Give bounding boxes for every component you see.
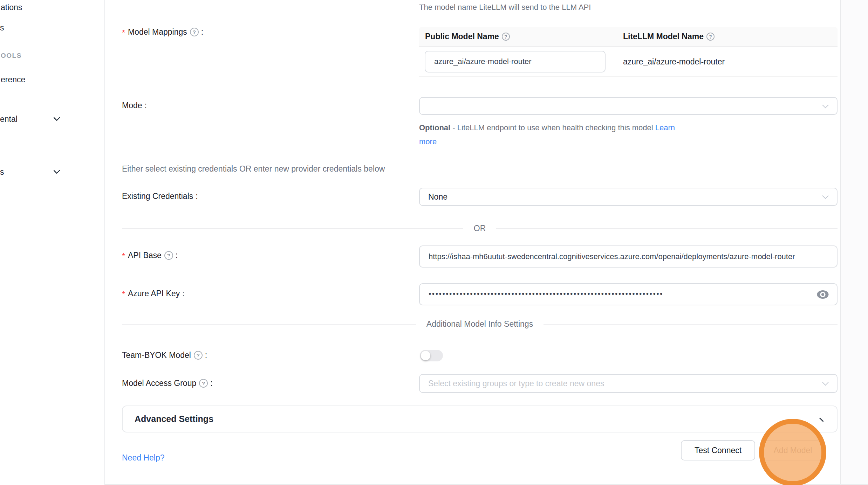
select-placeholder: Select existing groups or type to create…	[428, 379, 604, 388]
required-asterisk: *	[122, 290, 125, 299]
help-circle-icon[interactable]: ?	[502, 33, 510, 41]
help-circle-icon[interactable]: ?	[190, 28, 199, 36]
column-header-litellm-model-name: LiteLLM Model Name ?	[617, 32, 838, 41]
learn-more-link[interactable]: Learn	[655, 123, 675, 132]
azure-api-key-label: * Azure API Key :	[122, 289, 185, 298]
model-mappings-table: Public Model Name ? LiteLLM Model Name ?…	[419, 27, 838, 77]
mode-label: Mode :	[122, 101, 147, 110]
additional-model-info-divider: Additional Model Info Settings	[122, 319, 838, 329]
model-access-group-label: Model Access Group ? :	[122, 379, 213, 388]
table-header-row: Public Model Name ? LiteLLM Model Name ?	[419, 27, 838, 47]
chevron-down-icon	[822, 102, 828, 108]
existing-credentials-select[interactable]: None	[419, 188, 838, 206]
card-right-border	[840, 0, 841, 484]
sidebar-section-tools: OOLS	[1, 52, 22, 60]
card-bottom-border	[105, 484, 868, 485]
credentials-note: Either select existing credentials OR en…	[122, 164, 385, 174]
team-byok-toggle[interactable]	[420, 350, 443, 361]
model-mappings-label: * Model Mappings ? :	[122, 27, 203, 37]
need-help-link[interactable]: Need Help?	[122, 453, 164, 463]
help-circle-icon[interactable]: ?	[706, 33, 715, 41]
help-circle-icon[interactable]: ?	[199, 379, 208, 388]
litellm-model-name-value: azure_ai/azure-model-router	[617, 57, 838, 67]
public-model-name-input[interactable]: azure_ai/azure-model-router	[425, 51, 606, 72]
sidebar-item-s2[interactable]: s	[0, 167, 4, 177]
model-name-help-text: The model name LiteLLM will send to the …	[419, 3, 591, 12]
model-access-group-select[interactable]: Select existing groups or type to create…	[419, 374, 838, 393]
sidebar-item-ental[interactable]: ental	[0, 115, 18, 124]
table-row: azure_ai/azure-model-router azure_ai/azu…	[419, 47, 838, 77]
advanced-settings-panel[interactable]: Advanced Settings	[122, 406, 838, 432]
required-asterisk: *	[122, 252, 125, 261]
mode-select[interactable]	[419, 97, 838, 115]
api-base-label: * API Base ? :	[122, 251, 178, 260]
sidebar-item-erence[interactable]: erence	[1, 75, 25, 84]
required-asterisk: *	[122, 28, 125, 38]
column-header-public-model-name: Public Model Name ?	[419, 32, 617, 41]
chevron-down-icon	[819, 415, 827, 422]
or-divider: OR	[122, 224, 838, 233]
chevron-down-icon	[53, 114, 60, 121]
chevron-down-icon	[822, 379, 828, 386]
team-byok-label: Team-BYOK Model ? :	[122, 351, 207, 360]
annotation-highlight-circle	[759, 419, 826, 485]
toggle-knob	[421, 351, 430, 360]
help-circle-icon[interactable]: ?	[164, 251, 173, 260]
clipped-text-fragment: azure-model-router	[556, 0, 612, 2]
existing-credentials-label: Existing Credentials :	[122, 192, 198, 201]
page-background-strip	[841, 0, 868, 484]
sidebar: ations s OOLS erence ental s	[0, 0, 105, 485]
chevron-down-icon	[53, 167, 60, 174]
learn-more-link[interactable]: more	[419, 137, 437, 146]
mode-help-text: Optional - LiteLLM endpoint to use when …	[419, 123, 675, 132]
chevron-down-icon	[822, 193, 828, 199]
api-base-input[interactable]: https://ishaa-mh6uutut-swedencentral.cog…	[419, 245, 838, 268]
eye-icon[interactable]	[816, 290, 829, 299]
advanced-settings-title: Advanced Settings	[135, 414, 213, 424]
test-connect-button[interactable]: Test Connect	[681, 440, 755, 460]
sidebar-item-s1[interactable]: s	[0, 23, 4, 33]
sidebar-item-ations[interactable]: ations	[1, 3, 22, 12]
help-circle-icon[interactable]: ?	[194, 351, 203, 360]
azure-api-key-input[interactable]: ••••••••••••••••••••••••••••••••••••••••…	[419, 283, 838, 305]
masked-api-key: ••••••••••••••••••••••••••••••••••••••••…	[429, 290, 663, 298]
mode-help-text-line2: more	[419, 137, 437, 146]
